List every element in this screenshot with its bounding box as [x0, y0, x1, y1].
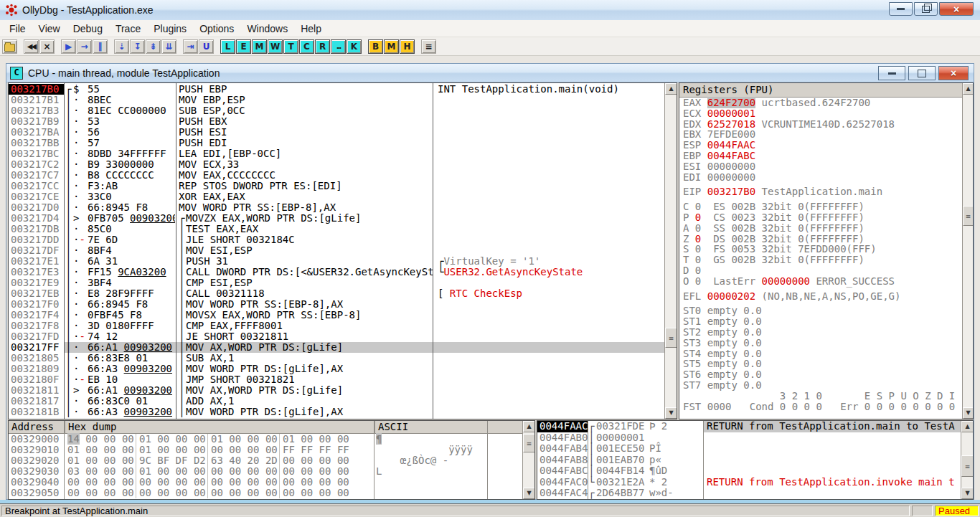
restart-button[interactable]: ◀◀	[24, 39, 39, 54]
disasm-row[interactable]: 003217EB│·E8 28F9FFFF│CALL 00321118[_RTC…	[9, 288, 664, 299]
scroll-up-button[interactable]: ▲	[665, 83, 677, 95]
call-stack-window-button[interactable]: K	[347, 39, 362, 54]
disasm-row[interactable]: 003217E1│·6A 31│PUSH 31┌VirtualKey = '1'	[9, 256, 664, 267]
register-line[interactable]: A 0 SS 002B 32bit 0(FFFFFFFF)	[679, 223, 973, 234]
register-line[interactable]: ST6 empty 0.0	[679, 369, 973, 380]
register-line[interactable]: ESP 0044FAAC	[679, 140, 973, 151]
disasm-row[interactable]: 003217D4│>0FB705 00903200┌MOVZX EAX,WORD…	[9, 213, 664, 224]
pause-button[interactable]: ‖	[93, 39, 108, 54]
stack-row[interactable]: 0044FAB8│001EAB70p«	[537, 455, 973, 466]
scroll-down-button[interactable]: ▼	[523, 488, 535, 499]
scroll-up-button[interactable]: ▲	[961, 421, 974, 432]
dump-row[interactable]: 0032904000 00 00 0000 00 00 0000 00 00 0…	[9, 477, 534, 488]
disasm-row[interactable]: 003217C7│·B8 CCCCCCCCMOV EAX,CCCCCCCC	[9, 170, 664, 181]
scroll-thumb[interactable]: ≡	[961, 455, 974, 477]
disasm-row[interactable]: 003217BB│·57PUSH EDI	[9, 138, 664, 148]
menu-file[interactable]: File	[3, 23, 32, 34]
close-button[interactable]: ×	[939, 2, 974, 16]
cpu-minimize-button[interactable]	[878, 66, 905, 80]
menu-options[interactable]: Options	[193, 23, 240, 34]
disasm-row[interactable]: 00321805│·66:83E8 01│SUB AX,1	[9, 353, 664, 364]
disasm-row[interactable]: 0032181B│·66:A3 00903200│MOV WORD PTR DS…	[9, 407, 664, 417]
register-line[interactable]: ST4 empty 0.0	[679, 348, 973, 359]
cpu-maximize-button[interactable]	[908, 66, 936, 80]
execute-till-return-button[interactable]: ⇥	[183, 39, 198, 54]
run-button[interactable]: ▶	[61, 39, 76, 54]
scroll-down-button[interactable]: ▼	[665, 407, 677, 419]
register-line[interactable]: EAX 624F2700 ucrtbased.624F2700	[679, 98, 973, 108]
disasm-row[interactable]: 003217E3│·FF15 9CA03200│CALL DWORD PTR D…	[9, 267, 664, 278]
disasm-row[interactable]: 003217CC│·F3:ABREP STOS DWORD PTR ES:[ED…	[9, 181, 664, 191]
disasm-row[interactable]: 003217DD│·-7E 6D│JLE SHORT 0032184C	[9, 234, 664, 245]
disasm-row[interactable]: 003217DB│·85C0│TEST EAX,EAX	[9, 224, 664, 234]
memory-window-button[interactable]: M	[252, 39, 267, 54]
scroll-thumb[interactable]: ≡	[523, 434, 535, 452]
column-separator[interactable]	[176, 83, 176, 419]
dump-row[interactable]: 0032900014 00 00 0001 00 00 0001 00 00 0…	[9, 434, 534, 445]
register-line[interactable]: ST3 empty 0.0	[679, 338, 973, 348]
cpu-window-button-button[interactable]: C	[299, 39, 314, 54]
window-list-button[interactable]: ≡	[421, 39, 436, 54]
register-line[interactable]: S 0 FS 0053 32bit 7EFDD000(FFF)	[679, 244, 973, 255]
stack-row[interactable]: 0044FAB4│001ECE50PÎ	[537, 443, 973, 455]
run-to-cursor-button[interactable]: →	[77, 39, 92, 54]
open-file-button[interactable]	[2, 39, 17, 54]
dump-row[interactable]: 0032902001 00 00 009C BF DF D263 40 20 2…	[9, 455, 534, 466]
disasm-row[interactable]: 00321811│>66:A1 00903200│MOV AX,WORD PTR…	[9, 385, 664, 396]
menu-help[interactable]: Help	[294, 23, 328, 34]
watches-window-button[interactable]: W	[268, 39, 283, 54]
stack-row[interactable]: 0044FAC0└00321E2A* 2RETURN from TestAppl…	[537, 477, 973, 488]
disasm-row[interactable]: 00321817│·66:83C0 01│ADD AX,1	[9, 396, 664, 407]
disasm-row[interactable]: 003217E9│·3BF4│CMP ESI,ESP	[9, 278, 664, 288]
register-line[interactable]: EIP 003217B0 TestApplication.main	[679, 186, 973, 197]
close-debuggee-button[interactable]: ×	[39, 39, 55, 54]
execute-till-user-code-button[interactable]: U	[199, 39, 214, 54]
run-trace-window-button[interactable]: ...	[331, 39, 346, 54]
breakpoints-window-button[interactable]: B	[368, 39, 383, 54]
column-separator[interactable]	[703, 421, 704, 499]
menu-view[interactable]: View	[32, 23, 67, 34]
disasm-row[interactable]: 003217F8│·3D 0180FFFF│CMP EAX,FFFF8001	[9, 321, 664, 331]
disasm-row[interactable]: 003217D0│·66:8945 F8MOV WORD PTR SS:[EBP…	[9, 202, 664, 213]
disasm-row[interactable]: 003217CE│·33C0XOR EAX,EAX	[9, 191, 664, 202]
step-over-button[interactable]: ↧	[130, 39, 145, 54]
stack-row[interactable]: 0044FAC4┌2D64BB77w»d-	[537, 488, 973, 499]
register-line[interactable]: FST 0000 Cond 0 0 0 0 Err 0 0 0 0 0 0 0 …	[679, 402, 973, 412]
register-line[interactable]: EBX 7EFDE000	[679, 129, 973, 140]
disasm-row[interactable]: 003217BA│·56PUSH ESI	[9, 127, 664, 138]
register-line[interactable]: ECX 00000001	[679, 108, 973, 119]
scroll-down-button[interactable]: ▼	[961, 488, 974, 499]
register-line[interactable]: EDI 00000000	[679, 172, 973, 183]
disasm-row[interactable]: 003217FF│·66:A1 00903200│MOV AX,WORD PTR…	[9, 342, 664, 353]
disasm-row[interactable]: 003217B1│·8BECMOV EBP,ESP	[9, 95, 664, 105]
register-line[interactable]: P 0 CS 0023 32bit 0(FFFFFFFF)	[679, 212, 973, 223]
disasm-row[interactable]: 003217B0┌$55PUSH EBPINT TestApplication.…	[9, 84, 664, 95]
register-line[interactable]: EFL 00000202 (NO,NB,NE,A,NS,PO,GE,G)	[679, 291, 973, 302]
step-into-button[interactable]: ⇣	[114, 39, 129, 54]
register-line[interactable]: ST0 empty 0.0	[679, 305, 973, 316]
scroll-thumb[interactable]: ≡	[963, 206, 974, 226]
register-line[interactable]: ST2 empty 0.0	[679, 327, 973, 338]
menu-debug[interactable]: Debug	[67, 23, 109, 34]
references-window-button[interactable]: R	[315, 39, 330, 54]
animate-over-button[interactable]: ⇊	[161, 39, 176, 54]
restore-button[interactable]	[914, 2, 938, 16]
disasm-row[interactable]: 003217F0│·66:8945 F8│MOV WORD PTR SS:[EB…	[9, 299, 664, 310]
register-line[interactable]: ESI 00000000	[679, 161, 973, 172]
log-window-button[interactable]: L	[220, 39, 235, 54]
register-line[interactable]: ST5 empty 0.0	[679, 359, 973, 369]
dump-row[interactable]: 0032901001 00 00 0001 00 00 0000 00 00 0…	[9, 445, 534, 455]
disasm-row[interactable]: 003217BC│·8DBD 34FFFFFFLEA EDI,[EBP-0CC]	[9, 148, 664, 159]
register-line[interactable]: D 0	[679, 265, 973, 276]
column-separator[interactable]	[588, 421, 588, 499]
minimize-button[interactable]	[889, 2, 913, 16]
column-separator[interactable]	[487, 421, 488, 499]
register-line[interactable]: T 0 GS 002B 32bit 0(FFFFFFFF)	[679, 255, 973, 265]
disasm-row[interactable]: 00321809│·66:A3 00903200│MOV WORD PTR DS…	[9, 364, 664, 374]
threads-window-button[interactable]: T	[283, 39, 298, 54]
stack-row[interactable]: 0044FAB0│00000001	[537, 432, 973, 444]
disasm-row[interactable]: 003217FD│·-74 12│JE SHORT 00321811	[9, 331, 664, 342]
disasm-row[interactable]: 003217F4│·0FBF45 F8│MOVSX EAX,WORD PTR S…	[9, 310, 664, 321]
animate-into-button[interactable]: ⇟	[146, 39, 161, 54]
disasm-row[interactable]: 003217DF│·8BF4│MOV ESI,ESP	[9, 245, 664, 256]
